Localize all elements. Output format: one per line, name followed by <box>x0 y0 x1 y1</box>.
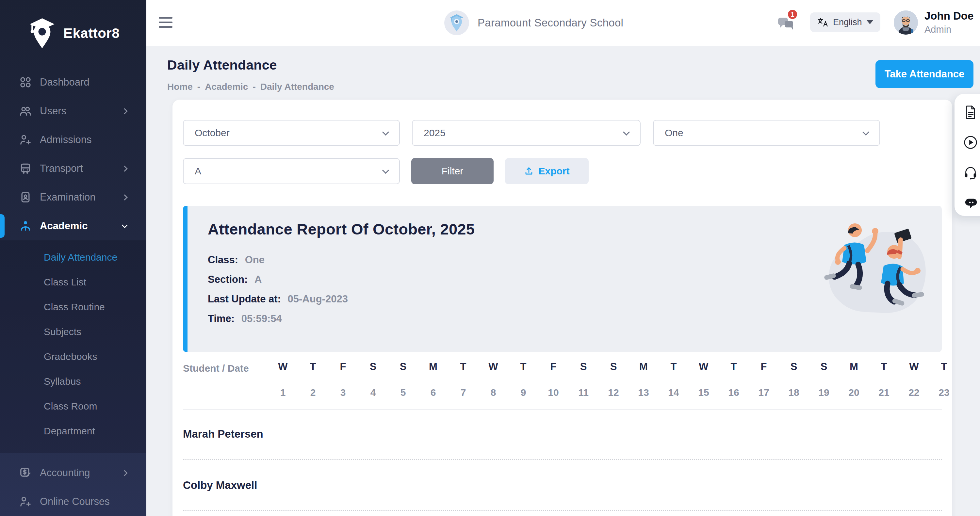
student-row[interactable]: Colby Maxwell <box>183 479 257 492</box>
day-column[interactable]: F 17 <box>749 361 779 398</box>
class-select[interactable]: One <box>653 120 880 146</box>
day-column[interactable]: S 19 <box>809 361 839 398</box>
submenu-label: Class List <box>44 276 86 288</box>
section-select-value: A <box>195 165 201 177</box>
sidebar-item-label: Admissions <box>40 134 127 146</box>
sidebar-item-online-courses[interactable]: Online Courses <box>0 487 146 516</box>
sidebar-item-accounting[interactable]: Accounting <box>0 459 146 487</box>
class-label: Class: <box>208 254 238 265</box>
day-column[interactable]: T 23 <box>929 361 959 398</box>
day-column[interactable]: S 4 <box>358 361 388 398</box>
month-select[interactable]: October <box>183 120 400 146</box>
submenu-label: Syllabus <box>44 376 81 387</box>
days-header-row: W 1 T 2 F 3 S 4 S 5 M 6 T 7 W 8 T 9 F 10… <box>268 361 959 398</box>
sidebar-item-dashboard[interactable]: Dashboard <box>0 68 146 97</box>
student-date-header: Student / Date <box>183 363 249 374</box>
day-column[interactable]: W 22 <box>899 361 929 398</box>
app-logo[interactable]: Ekattor8 <box>0 0 146 50</box>
submenu-item-gradebooks[interactable]: Gradebooks <box>0 344 146 369</box>
hamburger-menu-icon[interactable] <box>159 17 172 31</box>
time-value: 05:59:54 <box>242 313 282 324</box>
filter-button[interactable]: Filter <box>411 158 493 184</box>
export-button[interactable]: Export <box>505 158 589 184</box>
day-column[interactable]: S 18 <box>779 361 809 398</box>
day-column[interactable]: T 16 <box>719 361 749 398</box>
submenu-item-daily-attendance[interactable]: Daily Attendance <box>0 245 146 270</box>
day-column[interactable]: T 7 <box>448 361 478 398</box>
sidebar-item-users[interactable]: Users <box>0 97 146 125</box>
day-letter: S <box>779 361 809 373</box>
sidebar-item-transport[interactable]: Transport <box>0 154 146 183</box>
submenu-label: Gradebooks <box>44 351 97 362</box>
day-column[interactable]: T 9 <box>508 361 538 398</box>
sidebar-item-label: Online Courses <box>40 496 127 508</box>
sidebar-item-label: Accounting <box>40 467 123 479</box>
day-letter: T <box>508 361 538 373</box>
submenu-label: Daily Attendance <box>44 252 117 263</box>
class-value: One <box>245 254 265 265</box>
report-details: Class: One Section: A Last Update at: 05… <box>208 250 348 329</box>
play-circle-icon[interactable] <box>963 135 978 150</box>
chevron-down-icon <box>862 129 869 135</box>
breadcrumb-home[interactable]: Home <box>167 82 193 92</box>
day-letter: W <box>478 361 508 373</box>
submenu-label: Department <box>44 426 95 437</box>
day-number: 5 <box>388 387 418 398</box>
headset-icon[interactable] <box>963 165 978 180</box>
day-column[interactable]: W 15 <box>689 361 719 398</box>
day-number: 7 <box>448 387 478 398</box>
day-column[interactable]: M 20 <box>839 361 869 398</box>
user-menu[interactable]: John Doe Admin <box>894 10 974 35</box>
day-column[interactable]: W 8 <box>478 361 508 398</box>
take-attendance-button[interactable]: Take Attendance <box>875 60 974 88</box>
day-number: 2 <box>298 387 328 398</box>
graduation-pin-icon <box>29 17 56 50</box>
month-select-value: October <box>195 127 230 138</box>
submenu-item-department[interactable]: Department <box>0 419 146 443</box>
submenu-item-subjects[interactable]: Subjects <box>0 319 146 344</box>
submenu-item-class-room[interactable]: Class Room <box>0 394 146 419</box>
day-column[interactable]: S 11 <box>568 361 598 398</box>
report-last-update-row: Last Update at: 05-Aug-2023 <box>208 289 348 309</box>
day-number: 15 <box>689 387 719 398</box>
day-column[interactable]: S 12 <box>598 361 628 398</box>
submenu-item-class-list[interactable]: Class List <box>0 270 146 295</box>
page-title: Daily Attendance <box>167 57 277 73</box>
submenu-item-syllabus[interactable]: Syllabus <box>0 369 146 394</box>
school-logo-icon <box>444 10 469 35</box>
chat-icon[interactable] <box>963 195 978 210</box>
row-separator <box>183 459 942 460</box>
day-column[interactable]: F 3 <box>328 361 358 398</box>
calculator-icon <box>19 466 32 479</box>
sidebar: Ekattor8 Dashboard Users <box>0 0 146 516</box>
day-letter: S <box>568 361 598 373</box>
grid-icon <box>19 76 32 89</box>
day-column[interactable]: T 14 <box>659 361 689 398</box>
day-column[interactable]: M 6 <box>418 361 448 398</box>
sidebar-item-examination[interactable]: Examination <box>0 183 146 212</box>
section-select[interactable]: A <box>183 158 400 184</box>
notifications-button[interactable]: 1 <box>777 14 796 32</box>
breadcrumb-current: Daily Attendance <box>260 82 334 92</box>
day-column[interactable]: T 2 <box>298 361 328 398</box>
breadcrumb-academic[interactable]: Academic <box>205 82 248 92</box>
sidebar-item-admissions[interactable]: Admissions <box>0 125 146 154</box>
day-letter: M <box>839 361 869 373</box>
day-number: 12 <box>598 387 628 398</box>
day-column[interactable]: F 10 <box>538 361 568 398</box>
sidebar-item-label: Dashboard <box>40 76 127 88</box>
sidebar-item-academic[interactable]: Academic <box>0 212 146 240</box>
report-section-row: Section: A <box>208 270 348 289</box>
chevron-right-icon <box>121 108 127 114</box>
day-column[interactable]: T 21 <box>869 361 899 398</box>
day-column[interactable]: M 13 <box>628 361 659 398</box>
day-column[interactable]: W 1 <box>268 361 298 398</box>
language-selector[interactable]: English <box>810 13 880 32</box>
document-icon[interactable] <box>963 105 978 120</box>
submenu-item-class-routine[interactable]: Class Routine <box>0 295 146 319</box>
student-row[interactable]: Marah Petersen <box>183 428 263 440</box>
year-select[interactable]: 2025 <box>412 120 641 146</box>
students-illustration <box>818 218 932 336</box>
report-banner: Attendance Report Of October, 2025 Class… <box>183 206 942 352</box>
day-column[interactable]: S 5 <box>388 361 418 398</box>
